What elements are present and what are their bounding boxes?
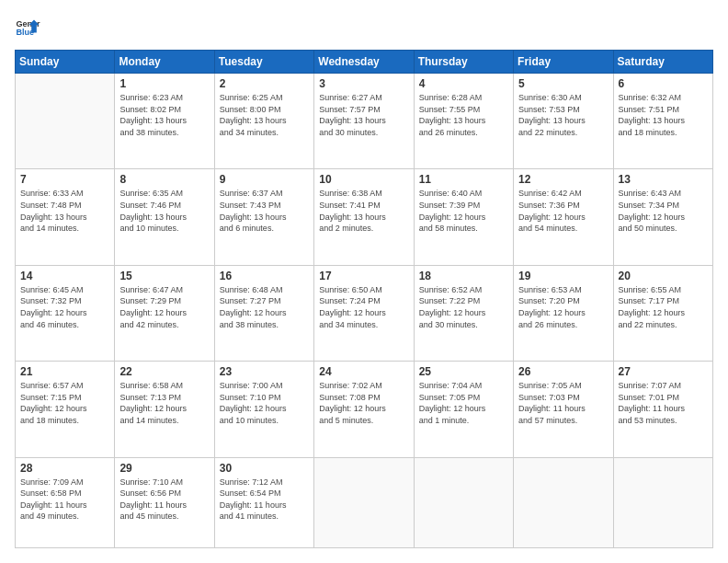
day-cell: 11Sunrise: 6:40 AM Sunset: 7:39 PM Dayli… [414, 169, 513, 265]
weekday-header-row: SundayMondayTuesdayWednesdayThursdayFrid… [16, 51, 713, 74]
day-cell [613, 457, 712, 547]
day-cell: 29Sunrise: 7:10 AM Sunset: 6:56 PM Dayli… [115, 457, 214, 547]
day-number: 27 [619, 365, 708, 378]
day-number: 30 [220, 462, 309, 475]
day-cell: 7Sunrise: 6:33 AM Sunset: 7:48 PM Daylig… [16, 169, 115, 265]
day-number: 29 [119, 462, 209, 475]
day-cell: 30Sunrise: 7:12 AM Sunset: 6:54 PM Dayli… [214, 457, 313, 547]
day-cell: 28Sunrise: 7:09 AM Sunset: 6:58 PM Dayli… [16, 457, 115, 547]
weekday-header-thursday: Thursday [414, 51, 513, 74]
day-number: 21 [20, 365, 109, 378]
page-header: General Blue [15, 15, 713, 40]
day-number: 20 [619, 270, 708, 282]
day-number: 15 [119, 270, 209, 282]
day-info: Sunrise: 7:07 AM Sunset: 7:01 PM Dayligh… [619, 380, 708, 426]
day-cell: 24Sunrise: 7:02 AM Sunset: 7:08 PM Dayli… [314, 362, 414, 457]
day-info: Sunrise: 6:53 AM Sunset: 7:20 PM Dayligh… [518, 284, 608, 330]
day-info: Sunrise: 7:00 AM Sunset: 7:10 PM Dayligh… [220, 380, 309, 426]
day-info: Sunrise: 6:58 AM Sunset: 7:13 PM Dayligh… [119, 380, 209, 426]
day-cell: 6Sunrise: 6:32 AM Sunset: 7:51 PM Daylig… [613, 74, 712, 169]
weekday-header-tuesday: Tuesday [214, 51, 313, 74]
calendar-table: SundayMondayTuesdayWednesdayThursdayFrid… [15, 50, 713, 548]
day-info: Sunrise: 7:05 AM Sunset: 7:03 PM Dayligh… [518, 380, 608, 426]
day-number: 10 [319, 173, 408, 186]
day-cell [514, 457, 613, 547]
day-number: 12 [518, 173, 608, 186]
day-number: 6 [619, 77, 708, 90]
day-number: 14 [20, 270, 109, 282]
day-info: Sunrise: 6:23 AM Sunset: 8:02 PM Dayligh… [119, 92, 209, 138]
day-cell: 13Sunrise: 6:43 AM Sunset: 7:34 PM Dayli… [613, 169, 712, 265]
week-row-4: 21Sunrise: 6:57 AM Sunset: 7:15 PM Dayli… [16, 362, 713, 457]
day-number: 7 [20, 173, 109, 186]
weekday-header-sunday: Sunday [16, 51, 115, 74]
day-info: Sunrise: 6:28 AM Sunset: 7:55 PM Dayligh… [419, 92, 508, 138]
day-info: Sunrise: 6:38 AM Sunset: 7:41 PM Dayligh… [319, 188, 408, 234]
day-cell: 1Sunrise: 6:23 AM Sunset: 8:02 PM Daylig… [115, 74, 214, 169]
day-cell: 12Sunrise: 6:42 AM Sunset: 7:36 PM Dayli… [514, 169, 613, 265]
day-cell: 18Sunrise: 6:52 AM Sunset: 7:22 PM Dayli… [414, 265, 513, 361]
day-info: Sunrise: 6:27 AM Sunset: 7:57 PM Dayligh… [319, 92, 408, 138]
weekday-header-friday: Friday [514, 51, 613, 74]
day-number: 11 [419, 173, 508, 186]
day-cell: 21Sunrise: 6:57 AM Sunset: 7:15 PM Dayli… [16, 362, 115, 457]
day-cell: 19Sunrise: 6:53 AM Sunset: 7:20 PM Dayli… [514, 265, 613, 361]
day-number: 16 [220, 270, 309, 282]
day-number: 22 [119, 365, 209, 378]
day-info: Sunrise: 6:55 AM Sunset: 7:17 PM Dayligh… [619, 284, 708, 330]
day-info: Sunrise: 7:12 AM Sunset: 6:54 PM Dayligh… [220, 477, 309, 523]
week-row-5: 28Sunrise: 7:09 AM Sunset: 6:58 PM Dayli… [16, 457, 713, 547]
weekday-header-monday: Monday [115, 51, 214, 74]
week-row-3: 14Sunrise: 6:45 AM Sunset: 7:32 PM Dayli… [16, 265, 713, 361]
day-info: Sunrise: 6:45 AM Sunset: 7:32 PM Dayligh… [20, 284, 109, 330]
day-cell: 5Sunrise: 6:30 AM Sunset: 7:53 PM Daylig… [514, 74, 613, 169]
day-info: Sunrise: 6:30 AM Sunset: 7:53 PM Dayligh… [518, 92, 608, 138]
day-cell: 9Sunrise: 6:37 AM Sunset: 7:43 PM Daylig… [214, 169, 313, 265]
day-number: 26 [518, 365, 608, 378]
week-row-2: 7Sunrise: 6:33 AM Sunset: 7:48 PM Daylig… [16, 169, 713, 265]
day-info: Sunrise: 6:50 AM Sunset: 7:24 PM Dayligh… [319, 284, 408, 330]
day-info: Sunrise: 7:10 AM Sunset: 6:56 PM Dayligh… [119, 477, 209, 523]
day-cell: 15Sunrise: 6:47 AM Sunset: 7:29 PM Dayli… [115, 265, 214, 361]
day-cell: 20Sunrise: 6:55 AM Sunset: 7:17 PM Dayli… [613, 265, 712, 361]
day-cell [314, 457, 414, 547]
day-cell [16, 74, 115, 169]
week-row-1: 1Sunrise: 6:23 AM Sunset: 8:02 PM Daylig… [16, 74, 713, 169]
day-number: 2 [220, 77, 309, 90]
day-cell: 26Sunrise: 7:05 AM Sunset: 7:03 PM Dayli… [514, 362, 613, 457]
day-info: Sunrise: 7:02 AM Sunset: 7:08 PM Dayligh… [319, 380, 408, 426]
day-number: 3 [319, 77, 408, 90]
day-number: 13 [619, 173, 708, 186]
logo-icon: General Blue [15, 15, 40, 40]
day-cell: 4Sunrise: 6:28 AM Sunset: 7:55 PM Daylig… [414, 74, 513, 169]
day-number: 18 [419, 270, 508, 282]
day-info: Sunrise: 6:52 AM Sunset: 7:22 PM Dayligh… [419, 284, 508, 330]
day-cell: 8Sunrise: 6:35 AM Sunset: 7:46 PM Daylig… [115, 169, 214, 265]
day-info: Sunrise: 6:35 AM Sunset: 7:46 PM Dayligh… [119, 188, 209, 234]
day-info: Sunrise: 6:33 AM Sunset: 7:48 PM Dayligh… [20, 188, 109, 234]
day-number: 23 [220, 365, 309, 378]
day-number: 1 [119, 77, 209, 90]
day-number: 17 [319, 270, 408, 282]
day-number: 28 [20, 462, 109, 475]
logo: General Blue [15, 15, 40, 40]
day-cell: 3Sunrise: 6:27 AM Sunset: 7:57 PM Daylig… [314, 74, 414, 169]
day-info: Sunrise: 6:47 AM Sunset: 7:29 PM Dayligh… [119, 284, 209, 330]
day-cell: 27Sunrise: 7:07 AM Sunset: 7:01 PM Dayli… [613, 362, 712, 457]
day-info: Sunrise: 7:09 AM Sunset: 6:58 PM Dayligh… [20, 477, 109, 523]
day-info: Sunrise: 6:57 AM Sunset: 7:15 PM Dayligh… [20, 380, 109, 426]
day-cell: 17Sunrise: 6:50 AM Sunset: 7:24 PM Dayli… [314, 265, 414, 361]
day-number: 4 [419, 77, 508, 90]
day-info: Sunrise: 6:25 AM Sunset: 8:00 PM Dayligh… [220, 92, 309, 138]
day-info: Sunrise: 7:04 AM Sunset: 7:05 PM Dayligh… [419, 380, 508, 426]
day-cell [414, 457, 513, 547]
day-info: Sunrise: 6:37 AM Sunset: 7:43 PM Dayligh… [220, 188, 309, 234]
day-cell: 23Sunrise: 7:00 AM Sunset: 7:10 PM Dayli… [214, 362, 313, 457]
day-number: 24 [319, 365, 408, 378]
day-info: Sunrise: 6:48 AM Sunset: 7:27 PM Dayligh… [220, 284, 309, 330]
weekday-header-saturday: Saturday [613, 51, 712, 74]
day-cell: 10Sunrise: 6:38 AM Sunset: 7:41 PM Dayli… [314, 169, 414, 265]
day-number: 9 [220, 173, 309, 186]
svg-text:Blue: Blue [16, 28, 34, 37]
day-info: Sunrise: 6:32 AM Sunset: 7:51 PM Dayligh… [619, 92, 708, 138]
